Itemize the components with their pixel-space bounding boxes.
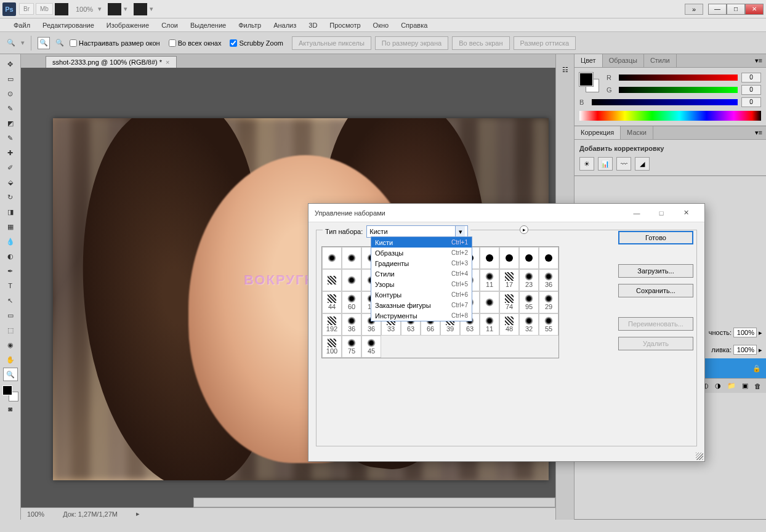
dialog-minimize-button[interactable]: — (624, 204, 649, 222)
brush-preset-cell[interactable] (322, 269, 342, 291)
minibridge-button[interactable]: Mb (36, 3, 53, 15)
brush-preset-cell[interactable] (480, 291, 499, 313)
dropdown-item-tools[interactable]: ИнструментыCtrl+8 (371, 310, 472, 321)
print-size-button[interactable]: Размер оттиска (514, 36, 576, 50)
g-value[interactable]: 0 (741, 85, 761, 95)
resize-grip-icon[interactable] (696, 453, 703, 460)
chevron-down-icon[interactable]: ▾ (124, 5, 127, 13)
zoom-level[interactable]: 100% (76, 6, 93, 13)
dropdown-item-patterns[interactable]: УзорыCtrl+5 (371, 279, 472, 289)
actual-pixels-button[interactable]: Актуальные пикселы (292, 36, 371, 50)
move-tool[interactable]: ✥ (3, 57, 18, 71)
tab-swatches[interactable]: Образцы (603, 54, 644, 67)
bridge-button[interactable]: Br (19, 3, 34, 15)
brush-preset-cell[interactable] (480, 247, 499, 269)
panel-menu-icon[interactable]: ▾≡ (751, 126, 766, 139)
dropdown-item-contours[interactable]: КонтурыCtrl+6 (371, 289, 472, 300)
fit-screen-button[interactable]: По размеру экрана (375, 36, 448, 50)
window-minimize-button[interactable]: — (708, 4, 727, 15)
rename-button[interactable]: Переименовать... (618, 317, 693, 331)
history-panel-icon[interactable]: ☷ (558, 63, 572, 76)
menu-file[interactable]: Файл (7, 20, 36, 31)
dropdown-item-shapes[interactable]: Заказные фигурыCtrl+7 (371, 300, 472, 310)
opacity-field[interactable]: чность:▸ (709, 328, 762, 337)
color-spectrum[interactable] (579, 111, 761, 121)
brush-preset-cell[interactable]: 44 (322, 291, 342, 313)
foreground-color[interactable] (2, 385, 12, 395)
chevron-down-icon[interactable]: ▾ (21, 39, 25, 47)
dialog-titlebar[interactable]: Управление наборами — □ ✕ (308, 204, 704, 222)
color-swatches[interactable] (2, 385, 18, 401)
dropdown-item-gradients[interactable]: ГрадиентыCtrl+3 (371, 258, 472, 268)
panel-menu-icon[interactable]: ▾≡ (751, 54, 766, 67)
dodge-tool[interactable]: ◐ (3, 249, 18, 263)
delete-button[interactable]: Удалить (618, 337, 693, 350)
history-brush-tool[interactable]: ↻ (3, 190, 18, 204)
fill-field[interactable]: ливка:▸ (711, 345, 762, 355)
r-value[interactable]: 0 (741, 73, 761, 83)
type-tool[interactable]: T (3, 279, 18, 292)
chevron-down-icon[interactable]: ▾ (455, 226, 465, 237)
brush-preset-cell[interactable]: 36 (342, 313, 361, 336)
3d-camera-tool[interactable]: ◉ (3, 338, 18, 352)
load-button[interactable]: Загрузить... (618, 264, 693, 278)
dropdown-item-swatches[interactable]: ОбразцыCtrl+2 (371, 248, 472, 258)
tab-styles[interactable]: Стили (644, 54, 677, 67)
brush-preset-cell[interactable]: 32 (519, 313, 539, 336)
save-button[interactable]: Сохранить... (618, 284, 693, 297)
hand-tool[interactable]: ✋ (3, 353, 18, 366)
quick-mask-button[interactable]: ◙ (3, 402, 18, 416)
dialog-maximize-button[interactable]: □ (649, 204, 674, 222)
status-arrow-icon[interactable]: ▸ (136, 510, 140, 518)
brush-preset-cell[interactable] (519, 247, 539, 269)
new-layer-icon[interactable]: ▣ (742, 382, 748, 390)
all-windows-checkbox[interactable]: Во всех окнах (169, 39, 222, 47)
trash-icon[interactable]: 🗑 (754, 382, 761, 390)
brush-preset-cell[interactable]: 100 (322, 336, 342, 358)
brush-preset-cell[interactable]: 95 (519, 291, 539, 313)
g-slider[interactable] (619, 87, 738, 93)
brush-preset-cell[interactable]: 11 (480, 313, 499, 336)
chevron-down-icon[interactable]: ▾ (98, 5, 102, 13)
brush-preset-cell[interactable]: 48 (499, 313, 519, 336)
menu-select[interactable]: Выделение (184, 20, 232, 31)
brush-preset-cell[interactable]: 192 (322, 313, 342, 336)
arrange-dropdown[interactable] (108, 3, 121, 15)
preset-type-select[interactable]: Кисти ▾ (366, 225, 468, 238)
menu-3d[interactable]: 3D (302, 20, 323, 31)
brush-preset-cell[interactable]: 11 (480, 269, 499, 291)
scrubby-zoom-checkbox[interactable]: Scrubby Zoom (230, 39, 283, 47)
screen-mode-dropdown[interactable] (55, 3, 68, 15)
brush-preset-cell[interactable] (322, 247, 342, 269)
pen-tool[interactable]: ✒ (3, 264, 18, 278)
stamp-tool[interactable]: ⬙ (3, 175, 18, 189)
tab-color[interactable]: Цвет (574, 54, 603, 67)
brush-preset-cell[interactable]: 29 (539, 291, 558, 313)
menu-layers[interactable]: Слои (155, 20, 184, 31)
brush-tool[interactable]: ✐ (3, 161, 18, 174)
menu-image[interactable]: Изображение (100, 20, 155, 31)
resize-windows-checkbox[interactable]: Настраивать размер окон (70, 39, 160, 47)
dropdown-item-brushes[interactable]: КистиCtrl+1 (371, 237, 472, 248)
brush-preset-cell[interactable]: 60 (342, 291, 361, 313)
b-slider[interactable] (592, 99, 738, 105)
dialog-close-button[interactable]: ✕ (674, 204, 698, 222)
brush-preset-cell[interactable]: 23 (519, 269, 539, 291)
chevron-down-icon[interactable]: ▾ (150, 5, 153, 13)
zoom-in-icon[interactable]: 🔍 (38, 37, 50, 49)
brush-preset-cell[interactable]: 74 (499, 291, 519, 313)
exposure-icon[interactable]: ◢ (635, 157, 650, 171)
tab-adjustments[interactable]: Коррекция (574, 126, 621, 139)
marquee-tool[interactable]: ▭ (3, 72, 18, 86)
horizontal-scrollbar[interactable] (193, 498, 555, 507)
curves-icon[interactable]: 〰 (616, 157, 631, 171)
path-select-tool[interactable]: ↖ (3, 294, 18, 307)
collapse-panels-button[interactable]: » (685, 4, 703, 15)
menu-edit[interactable]: Редактирование (36, 20, 100, 31)
brush-preset-cell[interactable]: 45 (361, 336, 381, 358)
brightness-icon[interactable]: ☀ (579, 157, 594, 171)
crop-tool[interactable]: ◩ (3, 116, 18, 130)
brush-preset-cell[interactable] (342, 269, 361, 291)
lasso-tool[interactable]: ⊙ (3, 87, 18, 100)
close-tab-icon[interactable]: × (166, 58, 169, 66)
